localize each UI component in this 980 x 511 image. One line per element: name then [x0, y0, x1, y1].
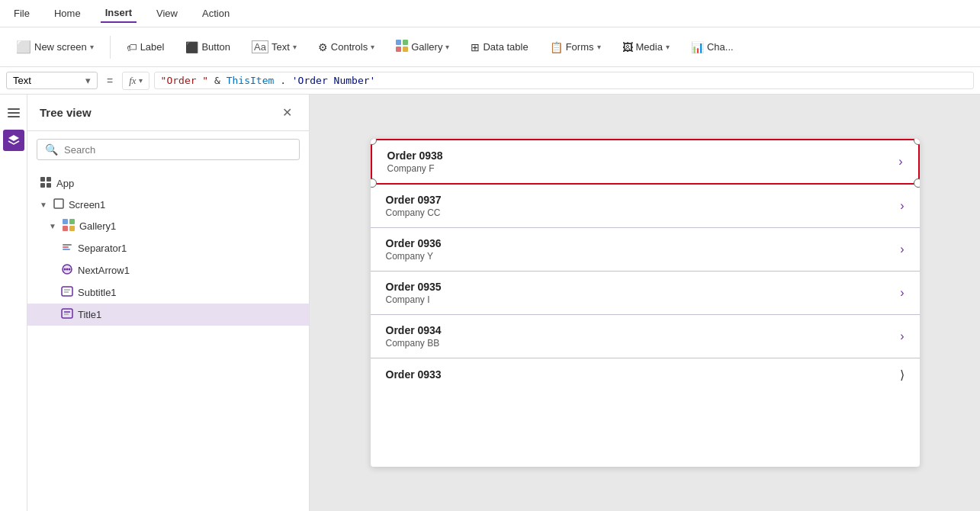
tree-item-title1[interactable]: Title1	[27, 304, 309, 326]
text-button[interactable]: Aa Text ▾	[243, 36, 305, 58]
tree-close-button[interactable]: ✕	[278, 104, 297, 121]
handle-bottom-left[interactable]	[371, 178, 377, 188]
forms-button[interactable]: 📋 Forms ▾	[541, 37, 609, 58]
chart-icon: 📊	[691, 41, 704, 53]
formula-fx-chevron-icon: ▾	[139, 76, 143, 85]
menu-view[interactable]: View	[152, 5, 182, 22]
label-button[interactable]: 🏷 Label	[118, 37, 173, 58]
tree-separator1-label: Separator1	[78, 243, 127, 254]
gallery-item-subtitle: Company Y	[386, 251, 901, 262]
svg-rect-15	[63, 226, 68, 231]
svg-rect-5	[8, 112, 20, 114]
tree-gallery1-label: Gallery1	[79, 220, 116, 232]
gallery-item-subtitle: Company I	[386, 294, 901, 305]
controls-chevron-icon: ▾	[371, 43, 374, 51]
menu-action[interactable]: Action	[198, 5, 234, 22]
screen-frame: Order 0938 Company F › Order 0937 Compan…	[371, 139, 920, 467]
formula-fx-button[interactable]: fx ▾	[122, 72, 149, 90]
tree-search-icon: 🔍	[45, 143, 58, 156]
formula-input[interactable]: "Order " & ThisItem . 'Order Number'	[154, 72, 974, 89]
formula-property-value: Text	[13, 75, 31, 86]
new-screen-button[interactable]: ⬜ New screen ▾	[8, 35, 102, 59]
layers-button[interactable]	[3, 130, 24, 151]
data-table-button[interactable]: ⊞ Data table	[462, 37, 536, 58]
chart-button[interactable]: 📊 Cha...	[683, 37, 742, 58]
main-layout: Tree view ✕ 🔍 App	[0, 95, 980, 511]
gallery-item-subtitle: Company CC	[386, 207, 901, 218]
tree-search-input[interactable]	[64, 144, 291, 156]
tree-app-label: App	[56, 178, 74, 189]
svg-rect-8	[40, 177, 45, 182]
gallery-item[interactable]: Order 0935 Company I ›	[371, 272, 920, 315]
tree-item-app[interactable]: App	[27, 172, 309, 194]
gallery-icon	[396, 40, 408, 54]
data-table-icon: ⊞	[471, 41, 480, 53]
svg-rect-6	[8, 116, 20, 117]
gallery-item-subtitle: Company F	[387, 163, 899, 174]
menu-file[interactable]: File	[9, 5, 34, 22]
gallery-list: Order 0938 Company F › Order 0937 Compan…	[371, 139, 920, 467]
formula-string-part: "Order "	[161, 75, 209, 86]
gallery-next-icon: ›	[900, 286, 904, 300]
svg-rect-9	[47, 177, 51, 182]
tree-item-subtitle1[interactable]: Subtitle1	[27, 281, 309, 304]
tree-item-separator1[interactable]: Separator1	[27, 237, 309, 259]
formula-concat-op: &	[214, 75, 227, 86]
toolbar: ⬜ New screen ▾ 🏷 Label ⬛ Button Aa Text …	[0, 27, 980, 67]
new-screen-chevron-icon: ▾	[90, 43, 94, 51]
formula-dot: .	[280, 75, 286, 86]
controls-label: Controls	[331, 41, 368, 53]
gallery-item-title: Order 0936	[386, 237, 901, 249]
button-toolbar-button[interactable]: ⬛ Button	[177, 37, 239, 58]
media-button[interactable]: 🖼 Media ▾	[614, 37, 678, 58]
svg-point-21	[64, 268, 66, 271]
gallery-item[interactable]: Order 0934 Company BB ›	[371, 315, 920, 358]
gallery-item[interactable]: Order 0936 Company Y ›	[371, 228, 920, 272]
gallery-item[interactable]: Order 0933 ⟩	[371, 358, 920, 391]
handle-top-left[interactable]	[371, 139, 377, 145]
data-table-label: Data table	[483, 41, 528, 53]
gallery-item-text: Order 0935 Company I	[386, 281, 901, 305]
gallery-item[interactable]: Order 0937 Company CC ›	[371, 185, 920, 228]
gallery-chevron-icon: ▾	[445, 43, 449, 51]
gallery-button[interactable]: Gallery ▾	[387, 35, 458, 59]
tree-header: Tree view ✕	[27, 95, 309, 131]
hamburger-menu-button[interactable]	[3, 102, 24, 124]
subtitle-icon	[61, 285, 73, 300]
handle-top-right[interactable]	[914, 139, 920, 145]
menu-insert[interactable]: Insert	[101, 4, 137, 23]
forms-chevron-icon: ▾	[597, 43, 601, 51]
gallery-item[interactable]: Order 0938 Company F ›	[371, 139, 920, 185]
gallery-next-icon: ›	[900, 329, 904, 343]
menu-bar: File Home Insert View Action	[0, 0, 980, 27]
text-label: Text	[272, 41, 290, 53]
formula-thisitem-keyword: ThisItem	[227, 75, 275, 86]
formula-property-dropdown[interactable]: Text ▾	[6, 72, 98, 89]
tree-screen1-label: Screen1	[69, 199, 105, 211]
controls-button[interactable]: ⚙ Controls ▾	[310, 37, 383, 58]
new-screen-label: New screen	[34, 41, 87, 53]
formula-bar: Text ▾ = fx ▾ "Order " & ThisItem . 'Ord…	[0, 67, 980, 95]
formula-eq-symbol: =	[102, 75, 117, 87]
tree-item-nextarrow1[interactable]: NextArrow1	[27, 259, 309, 281]
label-icon: 🏷	[127, 41, 137, 53]
svg-rect-1	[403, 40, 408, 45]
gallery-next-icon: ⟩	[900, 368, 904, 382]
app-icon	[40, 176, 52, 191]
forms-label: Forms	[566, 41, 594, 53]
gallery-item-title: Order 0935	[386, 281, 901, 293]
gallery-item-text: Order 0937 Company CC	[386, 194, 901, 218]
forms-icon: 📋	[550, 41, 563, 53]
svg-point-22	[66, 268, 69, 271]
svg-rect-13	[63, 219, 68, 224]
tree-nextarrow1-label: NextArrow1	[78, 265, 130, 276]
tree-item-gallery1[interactable]: ▼ Gallery1	[27, 215, 309, 237]
tree-item-screen1[interactable]: ▼ Screen1	[27, 194, 309, 215]
title-icon	[61, 307, 73, 322]
tree-title1-label: Title1	[78, 309, 101, 320]
toolbar-divider-1	[110, 36, 111, 59]
menu-home[interactable]: Home	[50, 5, 85, 22]
svg-rect-10	[40, 183, 45, 188]
svg-rect-12	[54, 199, 63, 208]
gallery-item-subtitle: Company BB	[386, 338, 901, 349]
